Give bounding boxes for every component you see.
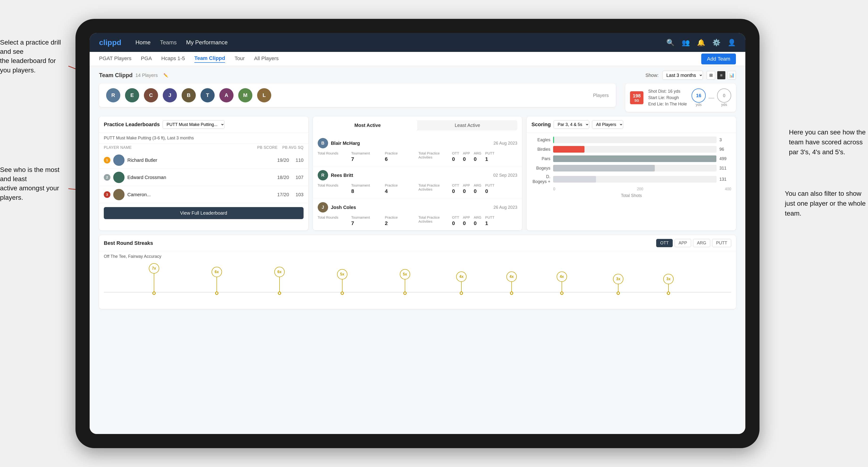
avatar[interactable]: M [238, 88, 252, 102]
streak-dot [667, 291, 670, 295]
subnav-all-players[interactable]: All Players [254, 55, 279, 63]
player-avg: 107 [296, 175, 303, 180]
shot-circles: 16 yds — 0 yds [691, 88, 731, 107]
chart-view-icon[interactable]: 📊 [727, 71, 736, 80]
putt-button[interactable]: PUTT [712, 239, 731, 247]
edit-icon[interactable]: ✏️ [163, 73, 168, 77]
streak-dot [510, 291, 513, 295]
tablet-screen: clippd Home Teams My Performance 🔍 👥 🔔 ⚙… [90, 33, 745, 434]
pars-value: 499 [719, 156, 731, 161]
stat-practice: Practice 2 [385, 215, 416, 226]
stat-practice: Practice 4 [385, 183, 416, 194]
streak-dot [403, 291, 407, 295]
player-score: 19/20 [277, 158, 289, 163]
subnav-tour[interactable]: Tour [235, 55, 245, 63]
activity-avatar: B [318, 138, 328, 148]
show-select[interactable]: Last 3 months [662, 71, 703, 80]
view-leaderboard-button[interactable]: View Full Leaderboard [104, 207, 304, 219]
avatar[interactable]: J [163, 88, 177, 102]
streak-stick [342, 280, 342, 292]
annotation-left-top: Select a practice drill and see the lead… [0, 38, 66, 75]
avatar[interactable]: A [219, 88, 234, 102]
app-button[interactable]: APP [675, 239, 691, 247]
stat-total-practice: Total Practice Activities [418, 151, 450, 162]
streak-dot [341, 291, 344, 295]
team-header: Team Clippd 14 Players ✏️ Show: Last 3 m… [99, 71, 736, 80]
streak-stick [512, 282, 512, 292]
annotation-left-bottom: See who is the most and least active amo… [0, 165, 66, 202]
annotation-right-top: Here you can see how the team have score… [789, 127, 866, 157]
team-title: Team Clippd [99, 72, 132, 79]
streak-timeline: 7x 6x 6x 5x 5x [104, 271, 731, 304]
leaderboard-desc: PUTT Must Make Putting (3-6 ft), Last 3 … [99, 133, 308, 144]
streaks-header: Best Round Streaks OTT APP ARG PUTT [99, 235, 736, 251]
subnav-pga[interactable]: PGA [141, 55, 152, 63]
activity-item: J Josh Coles 26 Aug 2023 Total Rounds To… [313, 198, 522, 230]
streak-badge: 7x [149, 263, 159, 274]
streak-dot [560, 291, 563, 295]
stat-practice-detail: OTT0 APP0 ARG0 PUTT0 [452, 183, 517, 194]
profile-icon[interactable]: 👤 [728, 39, 736, 46]
tablet-frame: clippd Home Teams My Performance 🔍 👥 🔔 ⚙… [75, 19, 760, 448]
settings-icon[interactable]: ⚙️ [712, 39, 720, 46]
avatar[interactable]: L [257, 88, 271, 102]
nav-home[interactable]: Home [135, 39, 151, 46]
player-score: 18/20 [277, 175, 289, 180]
streaks-chart: 7x 6x 6x 5x 5x [99, 262, 736, 309]
activity-avatar: R [318, 170, 328, 181]
grid-view-icon[interactable]: ⊞ [707, 71, 715, 80]
add-team-button[interactable]: Add Team [701, 54, 736, 64]
table-row[interactable]: 3 Cameron... 17/20 103 [99, 186, 308, 203]
streak-stick [154, 274, 154, 292]
avatar[interactable]: T [200, 88, 215, 102]
stat-group: Total Rounds [318, 183, 349, 194]
bell-icon[interactable]: 🔔 [697, 39, 705, 46]
subnav-pgat[interactable]: PGAT Players [99, 55, 131, 63]
avatar[interactable]: R [106, 88, 120, 102]
table-row[interactable]: 1 Richard Butler 19/20 110 [99, 152, 308, 169]
rank-badge: 3 [104, 191, 111, 198]
tab-most-active[interactable]: Most Active [318, 120, 417, 130]
arg-button[interactable]: ARG [693, 239, 710, 247]
birdies-label: Birdies [531, 147, 550, 152]
subnav-hcaps[interactable]: Hcaps 1-5 [161, 55, 185, 63]
streak-stick [279, 277, 280, 292]
stat-total-practice: Total Practice Activities [418, 215, 450, 226]
streaks-subtitle: Off The Tee, Fairway Accuracy [99, 251, 736, 262]
birdies-bar [553, 146, 585, 153]
chart-row-birdies: Birdies 96 [531, 146, 731, 153]
streak-stick [668, 284, 669, 292]
chart-row-eagles: Eagles 3 [531, 136, 731, 143]
show-label: Show: [645, 73, 658, 78]
streak-badge: 6x [212, 267, 222, 277]
table-row[interactable]: 2 Edward Crossman 18/20 107 [99, 169, 308, 186]
bogeys-value: 311 [719, 166, 731, 171]
avatar[interactable]: E [125, 88, 139, 102]
avatar[interactable]: B [182, 88, 196, 102]
nav-my-performance[interactable]: My Performance [186, 39, 228, 46]
activity-date: 26 Aug 2023 [493, 205, 517, 210]
scoring-header: Scoring Par 3, 4 & 5s All Players [527, 117, 736, 133]
activity-card: Most Active Least Active B Blair McHarg … [313, 117, 522, 230]
tab-least-active[interactable]: Least Active [417, 120, 517, 130]
scoring-player-select[interactable]: All Players [592, 120, 623, 129]
players-row: R E C J B T A M L Players [99, 84, 616, 107]
people-icon[interactable]: 👥 [682, 39, 690, 46]
avatar[interactable]: C [144, 88, 158, 102]
pars-bar [553, 155, 716, 162]
ott-button[interactable]: OTT [656, 239, 673, 247]
subnav-team-clippd[interactable]: Team Clippd [194, 55, 225, 63]
nav-teams[interactable]: Teams [160, 39, 177, 46]
scoring-par-select[interactable]: Par 3, 4 & 5s [554, 120, 589, 129]
stat-ott-app-arg-putt: OTT0 APP0 ARG0 PUTT1 [452, 151, 517, 162]
list-view-icon[interactable]: ≡ [717, 71, 725, 80]
player-score: 17/20 [277, 192, 289, 197]
shot-card: 198 SG Shot Dist: 16 yds Start Lie: Roug… [625, 84, 736, 112]
player-avatar [113, 172, 125, 183]
search-icon[interactable]: 🔍 [666, 39, 675, 46]
drill-select[interactable]: PUTT Must Make Putting... [162, 120, 224, 129]
activity-stats: Total Rounds Tournament 8 Practice 4 [318, 183, 518, 194]
birdies-value: 96 [719, 147, 731, 152]
streaks-card: Best Round Streaks OTT APP ARG PUTT Off … [99, 235, 736, 309]
activity-tabs: Most Active Least Active [318, 120, 518, 130]
